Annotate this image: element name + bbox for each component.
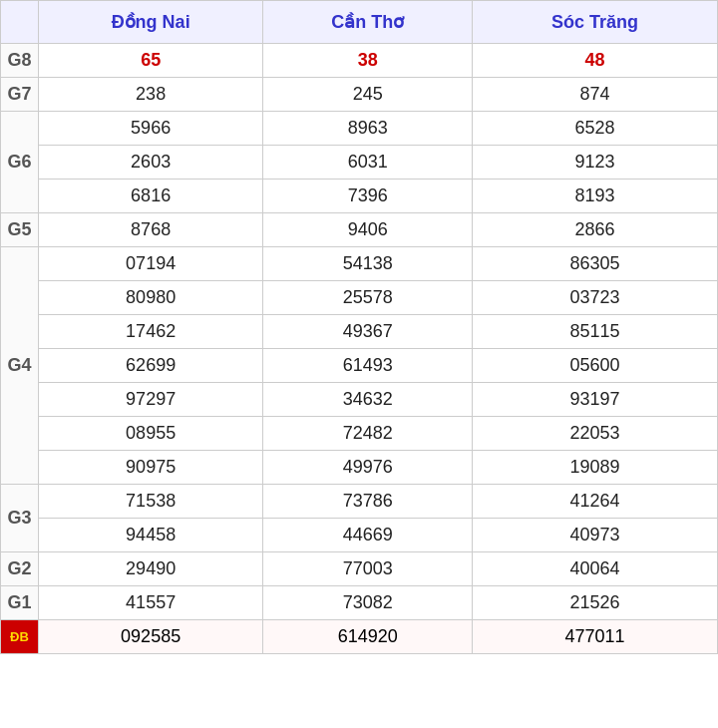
g3-r1-c3: 41264 (473, 485, 718, 519)
g4-r3-c1: 17462 (39, 315, 263, 349)
g1-c2: 73082 (263, 586, 473, 620)
special-row: ĐB 092585 614920 477011 (1, 620, 718, 654)
g6-r1-c2: 8963 (263, 112, 473, 146)
g3-r2-c1: 94458 (39, 519, 263, 552)
header-dong-nai: Đồng Nai (39, 1, 263, 44)
g4-r2-c3: 03723 (473, 281, 718, 315)
g4-r7-c2: 49976 (263, 451, 473, 485)
g5-c1: 8768 (39, 213, 263, 247)
g4-r4-c3: 05600 (473, 349, 718, 383)
g3-r1-c2: 73786 (263, 485, 473, 519)
lottery-results-table: Đồng Nai Cần Thơ Sóc Trăng G8 65 38 48 G… (0, 0, 718, 654)
special-c2: 614920 (263, 620, 473, 654)
g4-r5-c1: 97297 (39, 383, 263, 417)
special-c3: 477011 (473, 620, 718, 654)
g2-c3: 40064 (473, 552, 718, 586)
g3-r2-c2: 44669 (263, 519, 473, 552)
g3-r1-c1: 71538 (39, 485, 263, 519)
g6-row-1: G6 5966 8963 6528 (1, 112, 718, 146)
g4-r4-c2: 61493 (263, 349, 473, 383)
g4-r5-c3: 93197 (473, 383, 718, 417)
special-label: ĐB (1, 620, 39, 654)
g8-label: G8 (1, 44, 39, 78)
g7-c1: 238 (39, 78, 263, 112)
g6-r2-c3: 9123 (473, 146, 718, 180)
g4-r6-c2: 72482 (263, 417, 473, 451)
g6-row-2: 2603 6031 9123 (1, 146, 718, 180)
special-c1: 092585 (39, 620, 263, 654)
g4-r7-c1: 90975 (39, 451, 263, 485)
g5-c3: 2866 (473, 213, 718, 247)
g4-r1-c3: 86305 (473, 247, 718, 281)
g5-row: G5 8768 9406 2866 (1, 213, 718, 247)
g8-c1: 65 (39, 44, 263, 78)
g4-r4-c1: 62699 (39, 349, 263, 383)
g8-c3: 48 (473, 44, 718, 78)
g4-r2-c2: 25578 (263, 281, 473, 315)
g1-c3: 21526 (473, 586, 718, 620)
g4-row-5: 97297 34632 93197 (1, 383, 718, 417)
g4-r2-c1: 80980 (39, 281, 263, 315)
g4-r1-c1: 07194 (39, 247, 263, 281)
g8-row: G8 65 38 48 (1, 44, 718, 78)
g4-row-6: 08955 72482 22053 (1, 417, 718, 451)
g6-r2-c1: 2603 (39, 146, 263, 180)
g4-row-2: 80980 25578 03723 (1, 281, 718, 315)
g5-c2: 9406 (263, 213, 473, 247)
g4-r7-c3: 19089 (473, 451, 718, 485)
g7-row: G7 238 245 874 (1, 78, 718, 112)
g4-r1-c2: 54138 (263, 247, 473, 281)
g2-c2: 77003 (263, 552, 473, 586)
g6-r3-c1: 6816 (39, 180, 263, 213)
g4-row-3: 17462 49367 85115 (1, 315, 718, 349)
g4-r3-c3: 85115 (473, 315, 718, 349)
g4-label: G4 (1, 247, 39, 485)
g1-row: G1 41557 73082 21526 (1, 586, 718, 620)
g4-row-4: 62699 61493 05600 (1, 349, 718, 383)
g8-c2: 38 (263, 44, 473, 78)
g2-label: G2 (1, 552, 39, 586)
g6-r1-c3: 6528 (473, 112, 718, 146)
header-can-tho: Cần Thơ (263, 1, 473, 44)
g7-c2: 245 (263, 78, 473, 112)
g7-c3: 874 (473, 78, 718, 112)
g3-r2-c3: 40973 (473, 519, 718, 552)
g6-label: G6 (1, 112, 39, 213)
g6-r3-c3: 8193 (473, 180, 718, 213)
g7-label: G7 (1, 78, 39, 112)
g2-c1: 29490 (39, 552, 263, 586)
g4-r3-c2: 49367 (263, 315, 473, 349)
empty-header (1, 1, 39, 44)
g6-r3-c2: 7396 (263, 180, 473, 213)
g5-label: G5 (1, 213, 39, 247)
g4-r5-c2: 34632 (263, 383, 473, 417)
g3-row-2: 94458 44669 40973 (1, 519, 718, 552)
g3-row-1: G3 71538 73786 41264 (1, 485, 718, 519)
g4-r6-c3: 22053 (473, 417, 718, 451)
g1-c1: 41557 (39, 586, 263, 620)
g4-r6-c1: 08955 (39, 417, 263, 451)
g6-r1-c1: 5966 (39, 112, 263, 146)
g4-row-1: G4 07194 54138 86305 (1, 247, 718, 281)
g1-label: G1 (1, 586, 39, 620)
g6-row-3: 6816 7396 8193 (1, 180, 718, 213)
g4-row-7: 90975 49976 19089 (1, 451, 718, 485)
header-soc-trang: Sóc Trăng (473, 1, 718, 44)
g3-label: G3 (1, 485, 39, 552)
g6-r2-c2: 6031 (263, 146, 473, 180)
g2-row: G2 29490 77003 40064 (1, 552, 718, 586)
